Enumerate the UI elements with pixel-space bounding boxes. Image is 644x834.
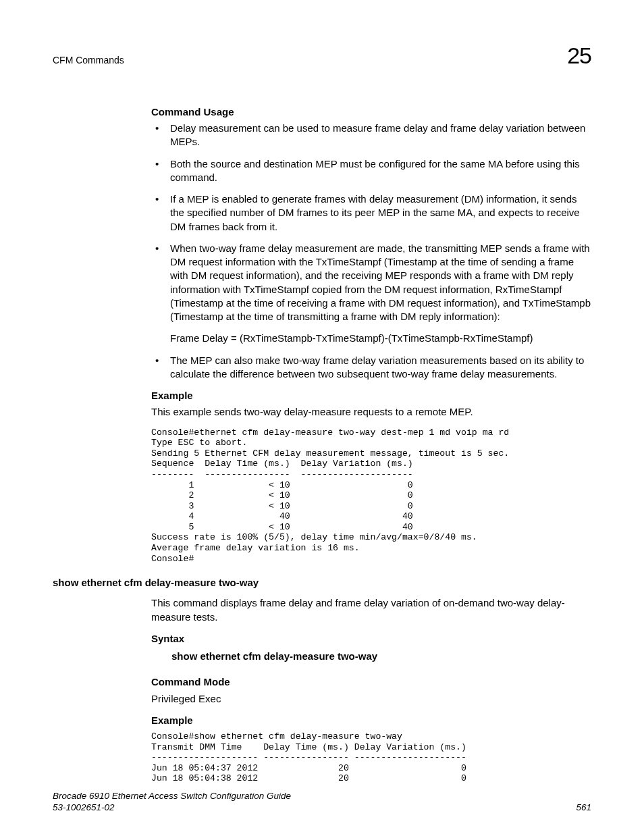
syntax-title: Syntax <box>151 632 591 646</box>
usage-item-text: When two-way frame delay measurement are… <box>170 242 591 322</box>
page-header: CFM Commands 25 <box>53 41 591 72</box>
usage-item-formula: Frame Delay = (RxTimeStampb-TxTimeStampf… <box>170 332 591 345</box>
content-area: Command Usage Delay measurement can be u… <box>151 105 591 564</box>
command-mode-title: Command Mode <box>151 675 591 689</box>
content-area-2: This command displays frame delay and fr… <box>151 596 591 784</box>
command-description: This command displays frame delay and fr… <box>151 596 591 624</box>
command-usage-title: Command Usage <box>151 105 591 119</box>
page: CFM Commands 25 Command Usage Delay meas… <box>0 0 644 834</box>
usage-item: If a MEP is enabled to generate frames w… <box>151 192 591 234</box>
usage-item: When two-way frame delay measurement are… <box>151 242 591 346</box>
usage-item: The MEP can also make two-way frame dela… <box>151 354 591 382</box>
usage-item: Delay measurement can be used to measure… <box>151 122 591 149</box>
header-section: CFM Commands <box>53 54 124 67</box>
syntax-line: show ethernet cfm delay-measure two-way <box>171 650 591 663</box>
example2-code-block: Console#show ethernet cfm delay-measure … <box>151 731 591 784</box>
footer-left: Brocade 6910 Ethernet Access Switch Conf… <box>53 791 291 814</box>
page-footer: Brocade 6910 Ethernet Access Switch Conf… <box>53 791 591 814</box>
footer-title: Brocade 6910 Ethernet Access Switch Conf… <box>53 791 291 801</box>
footer-doc: 53-1002651-02 <box>53 802 115 812</box>
command-heading: show ethernet cfm delay-measure two-way <box>53 576 591 590</box>
footer-page: 561 <box>576 802 591 814</box>
header-chapter: 25 <box>567 41 591 72</box>
example-intro: This example sends two-way delay-measure… <box>151 405 591 419</box>
example-code-block: Console#ethernet cfm delay-measure two-w… <box>151 427 591 565</box>
usage-list: Delay measurement can be used to measure… <box>151 122 591 381</box>
example2-title: Example <box>151 714 591 727</box>
usage-item: Both the source and destination MEP must… <box>151 157 591 185</box>
example-title: Example <box>151 389 591 402</box>
command-mode-value: Privileged Exec <box>151 692 591 706</box>
